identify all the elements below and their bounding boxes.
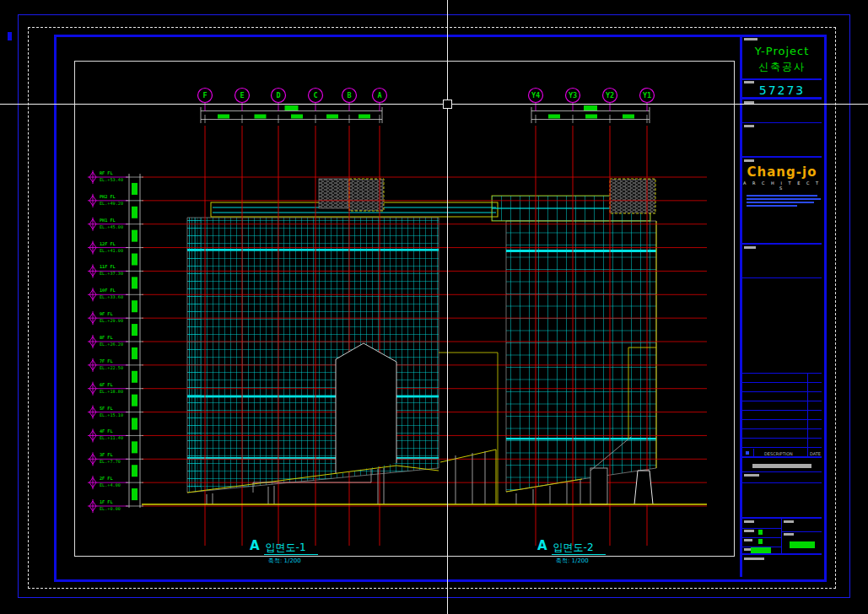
dim-text-block[interactable] [132,300,137,312]
roof-hatch-block-3[interactable] [610,179,655,213]
level-name: 6F FL [100,382,113,387]
level-marker[interactable]: 3F FLEL.+7.70 [88,452,128,466]
drawing-name-1: 입면도-1 [264,541,318,555]
level-marker[interactable]: 6F FLEL.+18.80 [88,382,128,396]
dim-text-block[interactable] [132,418,137,430]
dim-text-block[interactable] [132,395,137,407]
drawing-key-2: A [537,538,547,553]
dim-text-block[interactable] [585,115,597,119]
dim-text-block[interactable] [285,105,299,110]
dim-text-block[interactable] [132,347,137,359]
level-marker[interactable]: 8F FLEL.+26.20 [88,335,128,348]
dim-text-block[interactable] [584,105,597,110]
dim-text-block[interactable] [548,115,560,119]
bubble-label: A [377,91,381,100]
elevation-2-tower[interactable] [492,179,656,492]
dim-text-block[interactable] [132,277,137,288]
level-elevation: EL.+4.00 [100,482,121,487]
level-name: 1F FL [100,499,113,504]
level-name: 12F FL [100,241,116,246]
level-dim-line[interactable] [129,174,140,508]
bubble-label: Y4 [531,91,540,100]
level-marker[interactable]: PH1 FLEL.+45.00 [88,218,128,231]
dim-text-block[interactable] [291,115,303,119]
dim-text-block[interactable] [132,183,137,195]
level-diamond-icon [88,335,98,348]
grid-bubble[interactable]: B [342,89,357,111]
dim-text-block[interactable] [132,324,137,336]
level-marker[interactable]: PH2 FLEL.+49.20 [88,194,128,207]
level-diamond-icon [88,499,98,513]
level-elevation: EL.+29.90 [100,318,123,323]
level-marker[interactable]: 4F FLEL.+11.40 [88,428,128,442]
crosshair-vertical [447,0,448,614]
level-diamond-icon [88,218,98,231]
dim-text-block[interactable] [132,371,137,383]
core-shaft[interactable] [590,468,607,504]
dim-text-block[interactable] [326,115,338,119]
level-marker[interactable]: 12F FLEL.+41.00 [88,241,128,255]
level-diamond-icon [88,194,98,207]
dim-text-block[interactable] [132,465,137,477]
level-diamond-icon [88,358,98,372]
level-elevation: EL.+11.40 [100,435,123,440]
louver-strip[interactable] [187,218,201,487]
dim-text-block[interactable] [359,115,370,119]
dim-text-block[interactable] [132,488,137,500]
level-elevation: EL.+49.20 [100,201,123,206]
bubble-label: B [347,91,351,100]
level-diamond-icon [88,264,98,277]
level-marker[interactable]: 7F FLEL.+22.50 [88,358,128,372]
level-marker[interactable]: 10F FLEL.+33.60 [88,288,128,301]
bubble-label: D [276,91,280,100]
grid-bubble[interactable]: E [235,89,250,111]
atrium-outline[interactable] [336,343,396,474]
dim-text-block[interactable] [623,115,634,119]
bubble-label: Y3 [569,91,577,100]
level-diamond-icon [88,428,98,442]
level-marker[interactable]: 1F FLEL.+0.00 [88,499,128,513]
level-elevation: EL.+37.30 [100,271,123,276]
level-elevation: EL.+41.00 [100,248,123,253]
level-elevation: EL.+33.60 [100,294,123,299]
grid-bubble[interactable]: F [198,89,213,111]
elevation-drawing-canvas: RF FLEL.+53.40PH2 FLEL.+49.20PH1 FLEL.+4… [0,0,868,614]
grid-bubble[interactable]: Y2 [603,89,617,111]
grid-bubble[interactable]: C [309,89,323,111]
level-diamond-icon [88,382,98,396]
dim-text-block[interactable] [218,115,229,119]
grid-bubble[interactable]: Y3 [566,89,580,111]
dim-text-block[interactable] [132,254,137,266]
pickbox-cursor [443,100,452,109]
grid-bubble[interactable]: Y1 [640,89,655,111]
grid-bubble[interactable]: D [272,89,286,111]
grid-bubble[interactable]: Y4 [529,89,543,111]
level-marker[interactable]: 11F FLEL.+37.30 [88,264,128,277]
grid-bubble[interactable]: A [373,89,387,111]
level-name: 3F FL [100,452,113,457]
level-marker[interactable]: 2F FLEL.+4.00 [88,476,128,489]
level-marker[interactable]: RF FLEL.+53.40 [88,170,128,184]
level-elevation: EL.+45.00 [100,224,123,229]
level-elevation: EL.+22.50 [100,365,123,370]
dim-text-block[interactable] [132,230,137,242]
level-diamond-icon [88,476,98,489]
dim-text-block[interactable] [255,115,267,119]
level-name: 11F FL [100,264,116,269]
roof-hatch-block-2[interactable] [349,179,384,211]
bubble-label: Y2 [606,91,614,100]
roof-hatch-block-1[interactable] [319,179,348,208]
dim-text-block[interactable] [132,207,137,218]
dim-text-block[interactable] [132,441,137,453]
level-marker[interactable]: 9F FLEL.+29.90 [88,311,128,325]
level-diamond-icon [88,170,98,184]
level-marker[interactable]: 5F FLEL.+15.10 [88,406,128,419]
level-diamond-icon [88,406,98,419]
level-name: RF FL [100,170,113,175]
drawing-title-2[interactable]: A입면도-2 축척: 1/200 [537,538,606,565]
level-elevation: EL.+7.70 [100,459,121,464]
drawing-scale-1: 축척: 1/200 [268,557,318,565]
cone-object[interactable] [634,471,653,504]
drawing-title-1[interactable]: A입면도-1 축척: 1/200 [250,538,318,565]
drawing-scale-2: 축척: 1/200 [556,557,606,565]
